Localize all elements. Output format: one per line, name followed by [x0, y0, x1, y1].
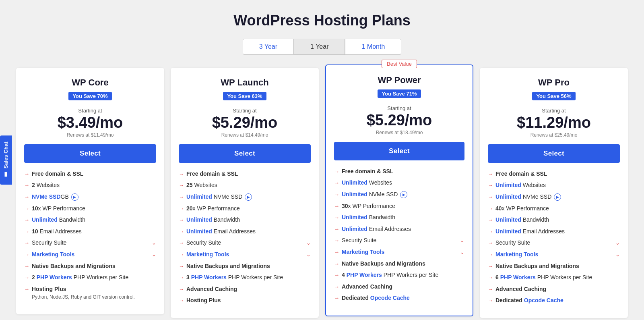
- toggle-label: Marketing Tools: [495, 251, 538, 259]
- savings-badge-wp-launch: You Save 63%: [223, 92, 266, 100]
- feature-item: →Hosting PlusPython, Node.JS, Ruby and G…: [24, 285, 156, 301]
- arrow-icon: →: [179, 274, 184, 281]
- chevron-down-icon: ⌄: [152, 251, 156, 258]
- bold-prefix: Dedicated: [495, 297, 522, 303]
- arrow-icon: →: [179, 251, 184, 258]
- feature-item: →Marketing Tools⌄: [334, 248, 464, 256]
- arrow-icon: →: [179, 228, 184, 235]
- opcode-link[interactable]: Opcode Cache: [524, 297, 564, 303]
- speed-icon: ▶: [71, 193, 78, 201]
- php-workers-link[interactable]: PHP Workers: [500, 274, 536, 281]
- plan-name-wp-core: WP Core: [24, 77, 156, 88]
- chevron-down-icon: ⌄: [615, 239, 620, 247]
- feature-item: →Advanced Caching: [488, 285, 620, 293]
- arrow-icon: →: [334, 260, 339, 268]
- toggle-label: Security Suite: [495, 239, 530, 247]
- feature-text: Unlimited Websites: [495, 181, 620, 189]
- select-button-wp-pro[interactable]: Select: [488, 144, 620, 163]
- arrow-icon: →: [334, 283, 339, 291]
- feature-text: 3 PHP Workers PHP Workers per Site: [186, 274, 311, 282]
- select-button-wp-power[interactable]: Select: [334, 142, 464, 160]
- features-list-wp-launch: →Free domain & SSL→25 Websites→Unlimited…: [179, 170, 311, 305]
- toggle-label: Security Suite: [32, 239, 66, 247]
- feature-text: Hosting PlusPython, Node.JS, Ruby and GI…: [32, 285, 156, 301]
- arrow-icon: →: [334, 295, 339, 302]
- feature-item: →Unlimited Bandwidth: [24, 216, 156, 224]
- arrow-icon: →: [24, 274, 29, 281]
- feature-item: →4 PHP Workers PHP Workers per Site: [334, 271, 464, 279]
- highlight-text: Unlimited: [342, 191, 367, 197]
- toggle-feature[interactable]: Marketing Tools⌄: [342, 248, 464, 256]
- feature-item: →Dedicated Opcode Cache: [334, 294, 464, 302]
- feature-item: →10x WP Performance: [24, 205, 156, 213]
- arrow-icon: →: [334, 249, 339, 256]
- feature-item: →Security Suite⌄: [488, 239, 620, 247]
- arrow-icon: →: [179, 297, 184, 304]
- plan-name-wp-launch: WP Launch: [179, 77, 311, 88]
- toggle-feature[interactable]: Marketing Tools⌄: [186, 251, 311, 259]
- arrow-icon: →: [334, 237, 339, 244]
- renews-at-wp-pro: Renews at $25.49/mo: [488, 132, 620, 138]
- toggle-feature[interactable]: Security Suite⌄: [186, 239, 311, 247]
- bold-feature: Native Backups and Migrations: [186, 263, 270, 269]
- plan-name-wp-power: WP Power: [334, 75, 464, 85]
- feature-item: →Dedicated Opcode Cache: [488, 297, 620, 305]
- feature-text: Unlimited Bandwidth: [186, 216, 311, 224]
- php-workers-link[interactable]: PHP Workers: [37, 274, 72, 281]
- feature-text: Dedicated Opcode Cache: [495, 297, 620, 305]
- feature-item: →25 Websites: [179, 181, 311, 189]
- feature-text: 2 PHP Workers PHP Workers per Site: [32, 274, 156, 282]
- arrow-icon: →: [24, 239, 29, 247]
- toggle-feature[interactable]: Marketing Tools⌄: [495, 251, 620, 259]
- tab-3year[interactable]: 3 Year: [243, 39, 294, 55]
- feature-item: →Marketing Tools⌄: [488, 251, 620, 259]
- bold-feature: Native Backups and Migrations: [342, 260, 425, 267]
- chevron-down-icon: ⌄: [460, 237, 464, 244]
- starting-at-wp-core: Starting at: [24, 108, 156, 114]
- feature-text: Native Backups and Migrations: [186, 262, 311, 270]
- feature-item: →20x WP Performance: [179, 205, 311, 213]
- highlight-text: NVMe SSD: [32, 193, 61, 200]
- sales-chat-button[interactable]: ▮ Sales Chat: [0, 135, 12, 185]
- toggle-label: Security Suite: [186, 239, 221, 247]
- savings-badge-wp-core: You Save 70%: [68, 92, 111, 100]
- opcode-link[interactable]: Opcode Cache: [370, 295, 410, 301]
- arrow-icon: →: [179, 286, 184, 293]
- arrow-icon: →: [24, 182, 29, 189]
- speed-icon: ▶: [400, 191, 407, 198]
- php-workers-link[interactable]: PHP Workers: [347, 272, 382, 278]
- feature-item: →40x WP Performance: [488, 205, 620, 213]
- feature-text: Free domain & SSL: [495, 170, 620, 178]
- count-prefix: 4: [342, 272, 345, 278]
- highlight-text: Unlimited: [495, 216, 521, 223]
- select-button-wp-launch[interactable]: Select: [179, 144, 311, 163]
- highlight-text: Unlimited: [186, 216, 212, 223]
- tab-1month[interactable]: 1 Month: [345, 39, 401, 55]
- feature-text: 20x WP Performance: [186, 205, 311, 213]
- feature-item: →Unlimited Email Addresses: [488, 228, 620, 236]
- tab-1year[interactable]: 1 Year: [294, 39, 345, 55]
- toggle-feature[interactable]: Marketing Tools⌄: [32, 251, 156, 259]
- toggle-feature[interactable]: Security Suite⌄: [32, 239, 156, 247]
- bold-feature: Advanced Caching: [495, 286, 546, 292]
- feature-text: Advanced Caching: [186, 285, 311, 293]
- toggle-feature[interactable]: Security Suite⌄: [342, 237, 464, 245]
- chevron-down-icon: ⌄: [306, 251, 311, 258]
- toggle-label: Marketing Tools: [342, 248, 384, 256]
- page-title: WordPress Hosting Plans: [16, 12, 628, 29]
- toggle-feature[interactable]: Security Suite⌄: [495, 239, 620, 247]
- feature-item: →Native Backups and Migrations: [179, 262, 311, 270]
- select-button-wp-core[interactable]: Select: [24, 144, 156, 163]
- feature-text: Hosting Plus: [186, 297, 311, 305]
- arrow-icon: →: [334, 203, 339, 210]
- count-prefix: 6: [495, 274, 499, 281]
- toggle-label: Marketing Tools: [32, 251, 74, 259]
- feature-text: Security Suite⌄: [342, 237, 464, 245]
- feature-item: →2 PHP Workers PHP Workers per Site: [24, 274, 156, 282]
- feature-label: Free domain & SSL: [495, 170, 547, 177]
- php-workers-link[interactable]: PHP Workers: [191, 274, 227, 281]
- highlight-text: Unlimited: [495, 182, 521, 188]
- feature-item: →Unlimited Websites: [334, 179, 464, 187]
- bold-prefix: 30: [342, 203, 348, 209]
- feature-text: Native Backups and Migrations: [32, 262, 156, 270]
